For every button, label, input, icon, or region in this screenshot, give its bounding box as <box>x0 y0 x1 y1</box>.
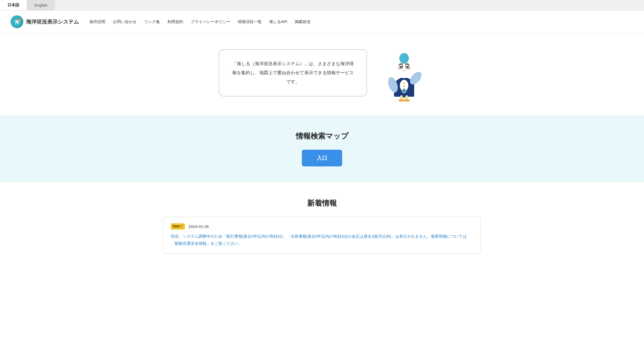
logo-icon: 海 る <box>11 15 23 28</box>
svg-point-20 <box>407 67 411 70</box>
svg-point-9 <box>403 85 405 87</box>
language-bar: 日本語 English <box>0 0 644 11</box>
mascot-image: ⚓ <box>383 46 425 99</box>
nav-contact[interactable]: お問い合わせ <box>113 19 137 24</box>
svg-point-8 <box>403 83 405 84</box>
svg-point-19 <box>397 67 401 70</box>
news-badge: New！ <box>171 223 185 229</box>
hero-content: 「海しる（海洋状況表示システム）」は、さまざまな海洋情報を集約し、地図上で重ね合… <box>203 46 441 99</box>
english-lang-button[interactable]: English <box>27 0 55 10</box>
nav-privacy[interactable]: プライバシーポリシー <box>191 19 230 24</box>
svg-point-17 <box>401 66 402 67</box>
svg-text:る: る <box>19 19 20 21</box>
nav-posting-status[interactable]: 掲載状況 <box>295 19 311 24</box>
site-header: 海 る 海洋状況表示システム 操作説明 お問い合わせ リンク集 利用規約 プライ… <box>0 11 644 33</box>
search-map-title: 情報検索マップ <box>11 131 633 141</box>
hero-section: 「海しる（海洋状況表示システム）」は、さまざまな海洋情報を集約し、地図上で重ね合… <box>0 33 644 115</box>
site-title: 海洋状況表示システム <box>26 18 79 25</box>
hero-description: 「海しる（海洋状況表示システム）」は、さまざまな海洋情報を集約し、地図上で重ね合… <box>219 49 367 96</box>
main-nav: 操作説明 お問い合わせ リンク集 利用規約 プライバシーポリシー 情報項目一覧 … <box>90 19 311 24</box>
svg-point-28 <box>404 99 410 102</box>
svg-point-18 <box>408 66 408 67</box>
news-title: 新着情報 <box>11 198 633 208</box>
nav-operation[interactable]: 操作説明 <box>90 19 105 24</box>
enter-button[interactable]: 入口 <box>302 150 342 166</box>
news-item-header: New！ 2024-01-26 <box>171 223 473 229</box>
news-body: 現在、システム調整中のため「航行警報[過去5年以内の有効分]」「水路通報[過去5… <box>171 233 473 247</box>
news-date: 2024-01-26 <box>189 224 209 229</box>
japanese-lang-button[interactable]: 日本語 <box>0 0 27 10</box>
news-card: New！ 2024-01-26 現在、システム調整中のため「航行警報[過去5年以… <box>163 217 481 254</box>
news-section: 新着情報 New！ 2024-01-26 現在、システム調整中のため「航行警報[… <box>0 182 644 269</box>
svg-text:⚓: ⚓ <box>403 90 406 93</box>
logo-area: 海 る 海洋状況表示システム <box>11 15 79 28</box>
nav-terms[interactable]: 利用規約 <box>167 19 183 24</box>
nav-api[interactable]: 海しるAPI <box>269 19 287 24</box>
nav-links[interactable]: リンク集 <box>144 19 160 24</box>
nav-info-list[interactable]: 情報項目一覧 <box>238 19 262 24</box>
search-map-section: 情報検索マップ 入口 <box>0 115 644 182</box>
news-link[interactable]: 船舶交通安全情報 <box>175 241 207 246</box>
